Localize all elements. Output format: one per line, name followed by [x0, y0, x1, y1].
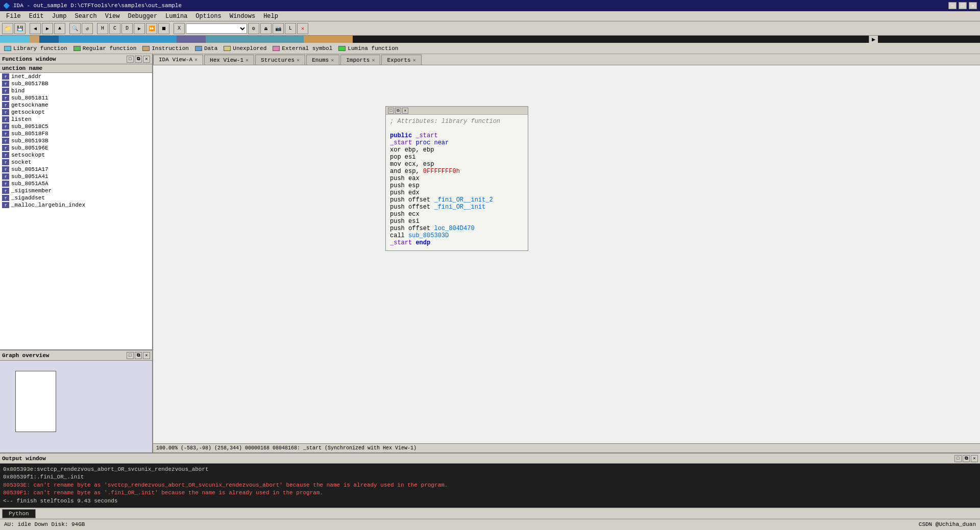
functions-float[interactable]: ⧉ — [135, 56, 142, 63]
function-item[interactable]: finet_addr — [0, 73, 152, 80]
cb-btn-1[interactable]: □ — [388, 108, 394, 114]
function-name: sub_8051A41 — [11, 173, 48, 180]
toolbar-data[interactable]: D — [121, 23, 133, 34]
menu-item-view[interactable]: View — [101, 12, 124, 21]
toolbar-stop[interactable]: ⏹ — [158, 23, 169, 34]
toolbar-run[interactable]: ▶ — [134, 23, 145, 34]
menu-item-file[interactable]: File — [2, 12, 25, 21]
toolbar-back[interactable]: ◀ — [30, 23, 41, 34]
function-name: listen — [11, 116, 32, 122]
menu-item-search[interactable]: Search — [70, 12, 101, 21]
legend-label: Unexplored — [233, 45, 266, 52]
toolbar-open[interactable]: 📁 — [2, 23, 13, 34]
status-text: 100.00% (-583,-98) (258,344) 00000168 08… — [156, 445, 416, 451]
toolbar-attach[interactable]: ⚙ — [248, 23, 259, 34]
toolbar-save[interactable]: 💾 — [14, 23, 26, 34]
function-item[interactable]: fsub_8051811 — [0, 94, 152, 102]
function-item[interactable]: fsub_80517BB — [0, 80, 152, 87]
code-pop: pop esi — [390, 154, 524, 161]
function-item[interactable]: fsub_8051A41 — [0, 173, 152, 180]
menu-item-debugger[interactable]: Debugger — [124, 12, 161, 21]
function-item[interactable]: f_sigismember — [0, 187, 152, 194]
legend-item: Instruction — [142, 45, 189, 52]
function-icon: f — [2, 73, 9, 80]
function-item[interactable]: f_sigaddset — [0, 194, 152, 201]
toolbar-refresh[interactable]: ↺ — [82, 23, 93, 34]
functions-controls[interactable]: □ ⧉ ✕ — [127, 56, 150, 63]
graph-float[interactable]: ⧉ — [135, 352, 142, 359]
function-name: sub_805193B — [11, 138, 48, 144]
cb-btn-3[interactable]: ✕ — [402, 108, 408, 114]
tab-close-btn[interactable]: ✕ — [246, 57, 249, 63]
toolbar-hex[interactable]: H — [97, 23, 108, 34]
tab-exports[interactable]: Exports✕ — [381, 55, 421, 65]
function-item[interactable]: fbind — [0, 87, 152, 94]
toolbar-step[interactable]: ⏩ — [146, 23, 157, 34]
graph-close[interactable]: ✕ — [143, 352, 150, 359]
function-item[interactable]: fsub_805193B — [0, 137, 152, 144]
graph-overview-controls[interactable]: □ ⧉ ✕ — [127, 352, 150, 359]
function-item[interactable]: fsocket — [0, 159, 152, 166]
navmap-expand[interactable]: ▶ — [869, 36, 878, 43]
function-item[interactable]: fsub_80518F8 — [0, 130, 152, 137]
toolbar-code[interactable]: C — [109, 23, 120, 34]
minimize-button[interactable]: − — [948, 2, 957, 9]
tab-close-btn[interactable]: ✕ — [297, 57, 300, 63]
close-button[interactable]: ✕ — [969, 2, 977, 9]
tab-enums[interactable]: Enums✕ — [306, 55, 339, 65]
graph-restore[interactable]: □ — [127, 352, 134, 359]
function-name: getsockopt — [11, 109, 45, 115]
toolbar-search[interactable]: 🔍 — [69, 23, 81, 34]
functions-list[interactable]: finet_addrfsub_80517BBfbindfsub_8051811f… — [0, 73, 152, 349]
function-item[interactable]: fgetsockname — [0, 102, 152, 109]
function-item[interactable]: fsetsockopt — [0, 152, 152, 159]
menu-item-options[interactable]: Options — [191, 12, 225, 21]
functions-close[interactable]: ✕ — [143, 56, 150, 63]
menu-item-edit[interactable]: Edit — [25, 12, 48, 21]
window-title: IDA - out_sample D:\CTFTools\re\samples\… — [13, 3, 182, 9]
tab-close-btn[interactable]: ✕ — [331, 57, 334, 63]
toolbar-detach[interactable]: ⏏ — [260, 23, 272, 34]
output-restore[interactable]: □ — [954, 455, 962, 462]
menu-item-jump[interactable]: Jump — [48, 12, 71, 21]
output-float[interactable]: ⧉ — [963, 455, 970, 462]
toolbar-xref[interactable]: X — [174, 23, 185, 34]
function-item[interactable]: f_malloc_largebin_index — [0, 201, 152, 209]
function-icon: f — [2, 88, 9, 94]
function-item[interactable]: flisten — [0, 116, 152, 123]
mnem-call: call — [390, 232, 405, 239]
output-close[interactable]: ✕ — [971, 455, 978, 462]
output-controls[interactable]: □ ⧉ ✕ — [954, 455, 978, 462]
function-item[interactable]: fgetsockopt — [0, 109, 152, 116]
toolbar-lumina[interactable]: L — [285, 23, 296, 34]
toolbar-snap[interactable]: 📷 — [273, 23, 284, 34]
function-name: setsockopt — [11, 152, 45, 158]
function-item[interactable]: fsub_8051A17 — [0, 166, 152, 173]
tab-imports[interactable]: Imports✕ — [340, 55, 380, 65]
tab-close-btn[interactable]: ✕ — [372, 57, 375, 63]
graph-overview: Graph overview □ ⧉ ✕ — [0, 350, 152, 452]
functions-restore[interactable]: □ — [127, 56, 134, 63]
menu-item-lumina[interactable]: Lumina — [161, 12, 191, 21]
cb-btn-2[interactable]: ⧉ — [395, 108, 401, 114]
toolbar-up[interactable]: ▲ — [54, 23, 65, 34]
tab-ida-view-a[interactable]: IDA View-A✕ — [153, 55, 203, 65]
tab-hex-view-1[interactable]: Hex View-1✕ — [204, 55, 254, 65]
output-tab-python[interactable]: Python — [2, 509, 36, 518]
tab-close-btn[interactable]: ✕ — [194, 57, 198, 63]
debugger-combo[interactable]: No debugger — [186, 23, 247, 34]
function-item[interactable]: fsub_8051A5A — [0, 180, 152, 187]
tab-structures[interactable]: Structures✕ — [255, 55, 305, 65]
function-item[interactable]: fsub_80518C5 — [0, 123, 152, 130]
tab-close-btn[interactable]: ✕ — [413, 57, 416, 63]
toolbar-cancel[interactable]: ✕ — [297, 23, 308, 34]
maximize-button[interactable]: □ — [959, 2, 967, 9]
function-name: bind — [11, 88, 24, 94]
menu-item-windows[interactable]: Windows — [226, 12, 259, 21]
menu-item-help[interactable]: Help — [259, 12, 282, 21]
toolbar-forward[interactable]: ▶ — [42, 23, 53, 34]
title-bar-controls[interactable]: − □ ✕ — [948, 2, 977, 9]
mnem-xor: xor — [390, 146, 401, 154]
legend-item: Regular function — [74, 45, 137, 52]
function-item[interactable]: fsub_805196E — [0, 144, 152, 152]
